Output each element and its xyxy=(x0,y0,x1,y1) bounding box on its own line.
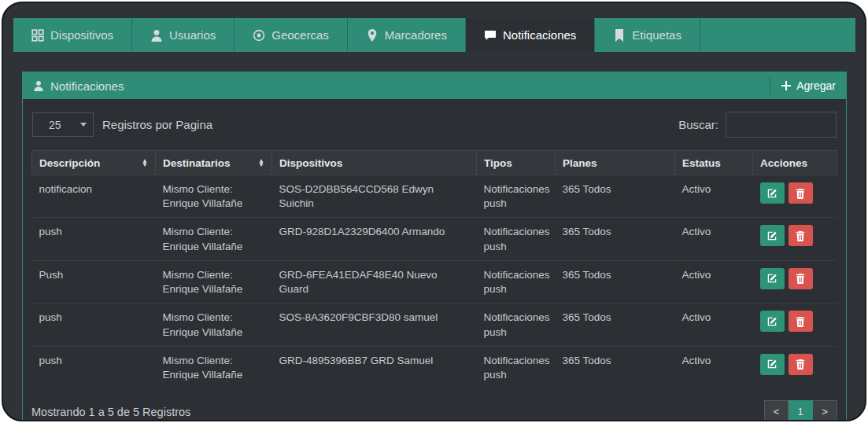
delete-button[interactable] xyxy=(789,268,813,289)
tab-marcadores[interactable]: Marcadores xyxy=(348,18,466,52)
cell-destinatarios: Mismo Cliente: Enrique Villafañe xyxy=(156,175,272,218)
trash-icon xyxy=(795,230,806,241)
cell-acciones xyxy=(753,303,837,346)
edit-button[interactable] xyxy=(760,354,785,375)
tab-label: Usuarios xyxy=(169,28,216,42)
table-footer: Mostrando 1 a 5 de 5 Registros < 1 > xyxy=(31,400,837,421)
content-area: Notificaciones Agregar 25 Registros por … xyxy=(3,52,865,421)
column-header-descripción[interactable]: Descripción▲▼ xyxy=(32,151,156,175)
edit-icon xyxy=(766,273,778,284)
panel-body: 25 Registros por Pagina Buscar: Descripc… xyxy=(23,99,846,421)
tab-usuarios[interactable]: Usuarios xyxy=(132,18,235,52)
column-label: Estatus xyxy=(682,157,721,169)
edit-icon xyxy=(766,188,778,199)
cell-planes: 365 Todos xyxy=(556,346,675,388)
edit-icon xyxy=(766,316,778,327)
table-controls: 25 Registros por Pagina Buscar: xyxy=(32,112,837,138)
cell-tipos: Notificaciones push xyxy=(477,346,556,388)
cell-descripcion: Push xyxy=(32,260,156,303)
table-header: Descripción▲▼Destinatarios▲▼Dispositivos… xyxy=(32,151,837,175)
search-input[interactable] xyxy=(726,112,837,138)
cell-destinatarios: Mismo Cliente: Enrique Villafañe xyxy=(156,260,272,303)
cell-tipos: Notificaciones push xyxy=(477,260,556,303)
table-row: pushMismo Cliente: Enrique VillafañeSOS-… xyxy=(32,303,837,346)
edit-button[interactable] xyxy=(760,225,785,246)
cell-destinatarios: Mismo Cliente: Enrique Villafañe xyxy=(156,346,272,388)
tab-label: Notificaciones xyxy=(503,28,576,42)
comment-icon xyxy=(484,29,497,42)
column-label: Acciones xyxy=(760,157,807,169)
column-header-acciones: Acciones xyxy=(753,151,837,175)
page-size-select-wrap: 25 xyxy=(32,112,94,137)
bookmark-icon xyxy=(613,29,626,42)
cell-dispositivos: SOS-8A3620F9CBF3D80 samuel xyxy=(272,303,477,346)
cell-planes: 365 Todos xyxy=(556,218,675,260)
cell-acciones xyxy=(753,218,837,260)
cell-acciones xyxy=(753,346,837,388)
main-tabbar: DispositivosUsuariosGeocercasMarcadoresN… xyxy=(13,18,855,52)
tab-label: Dispositivos xyxy=(50,28,113,42)
trash-icon xyxy=(795,273,806,284)
cell-descripcion: push xyxy=(32,218,156,260)
tab-geocercas[interactable]: Geocercas xyxy=(235,18,348,52)
tab-etiquetas[interactable]: Etiquetas xyxy=(594,18,700,52)
edit-button[interactable] xyxy=(760,268,785,289)
trash-icon xyxy=(795,316,806,327)
tab-label: Geocercas xyxy=(271,28,329,42)
trash-icon xyxy=(795,188,806,199)
edit-icon xyxy=(766,230,778,241)
panel-header: Notificaciones Agregar xyxy=(23,72,846,99)
pagination: < 1 > xyxy=(764,400,837,421)
column-label: Destinatarios xyxy=(163,157,231,169)
next-page-button[interactable]: > xyxy=(813,400,837,421)
cell-estatus: Activo xyxy=(675,175,753,218)
cell-descripcion: push xyxy=(32,303,156,346)
table-row: pushMismo Cliente: Enrique VillafañeGRD-… xyxy=(32,346,837,388)
table-row: notificacionMismo Cliente: Enrique Villa… xyxy=(32,175,837,218)
column-header-tipos: Tipos xyxy=(477,151,556,175)
cell-acciones xyxy=(753,260,837,303)
column-label: Descripción xyxy=(39,157,100,169)
tab-notificaciones[interactable]: Notificaciones xyxy=(466,18,594,52)
sort-arrows-icon: ▲▼ xyxy=(142,159,148,167)
cell-destinatarios: Mismo Cliente: Enrique Villafañe xyxy=(156,303,272,346)
cell-tipos: Notificaciones push xyxy=(477,303,556,346)
cell-acciones xyxy=(753,175,837,218)
page-size-label: Registros por Pagina xyxy=(102,118,212,131)
cell-tipos: Notificaciones push xyxy=(477,175,556,218)
delete-button[interactable] xyxy=(789,225,813,246)
column-label: Tipos xyxy=(484,157,512,169)
tab-dispositivos[interactable]: Dispositivos xyxy=(13,18,132,52)
column-label: Planes xyxy=(563,157,597,169)
map-pin-icon xyxy=(366,29,379,42)
cell-descripcion: notificacion xyxy=(32,175,156,218)
edit-icon xyxy=(766,359,778,370)
cell-planes: 365 Todos xyxy=(556,260,675,303)
cell-planes: 365 Todos xyxy=(556,303,675,346)
cell-estatus: Activo xyxy=(675,218,753,260)
cell-estatus: Activo xyxy=(675,260,753,303)
panel-title: Notificaciones xyxy=(50,79,124,93)
delete-button[interactable] xyxy=(789,182,813,204)
page-size-select[interactable]: 25 xyxy=(32,112,94,137)
plus-icon xyxy=(781,81,791,90)
app-window: DispositivosUsuariosGeocercasMarcadoresN… xyxy=(2,2,866,421)
column-header-dispositivos: Dispositivos xyxy=(272,151,477,175)
notifications-panel: Notificaciones Agregar 25 Registros por … xyxy=(22,72,847,421)
add-button[interactable]: Agregar xyxy=(770,77,836,94)
cell-tipos: Notificaciones push xyxy=(477,218,556,260)
sort-arrows-icon: ▲▼ xyxy=(258,159,264,167)
column-header-destinatarios[interactable]: Destinatarios▲▼ xyxy=(156,151,272,175)
table-row: PushMismo Cliente: Enrique VillafañeGRD-… xyxy=(32,260,837,303)
prev-page-button[interactable]: < xyxy=(764,400,789,421)
records-summary: Mostrando 1 a 5 de 5 Registros xyxy=(31,406,190,418)
trash-icon xyxy=(795,359,806,370)
user-icon xyxy=(150,29,163,42)
delete-button[interactable] xyxy=(789,311,813,332)
edit-button[interactable] xyxy=(760,311,785,332)
cell-estatus: Activo xyxy=(675,303,753,346)
edit-button[interactable] xyxy=(760,182,785,204)
delete-button[interactable] xyxy=(789,354,813,375)
page-1-button[interactable]: 1 xyxy=(789,400,813,421)
cell-dispositivos: GRD-928D1A2329D6400 Armando xyxy=(272,218,477,260)
